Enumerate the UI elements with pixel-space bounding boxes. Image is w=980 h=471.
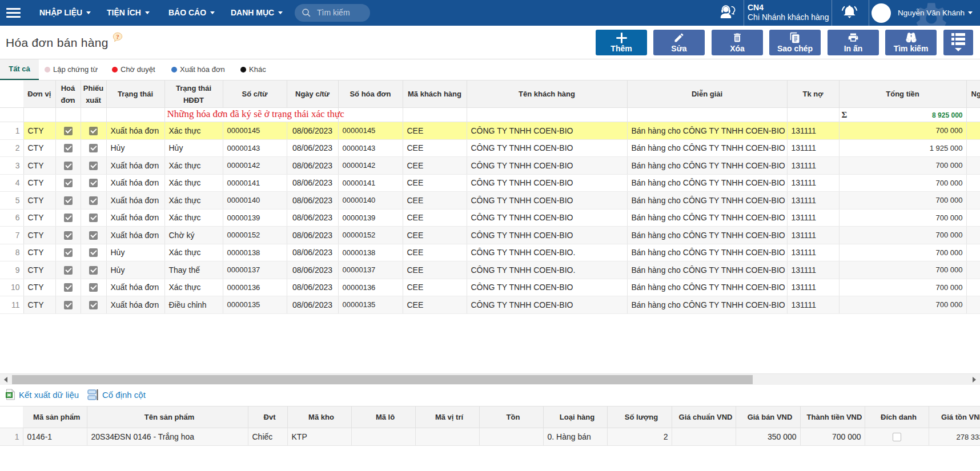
svg-text:?: ? [116, 33, 119, 40]
